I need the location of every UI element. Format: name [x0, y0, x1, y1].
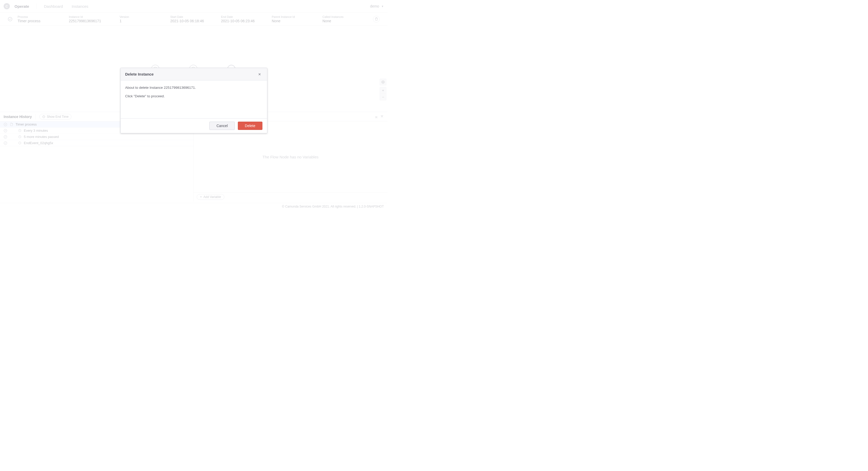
modal-title: Delete Instance: [125, 72, 257, 76]
modal-body: About to delete Instance 225179981369617…: [121, 81, 267, 118]
modal-backdrop[interactable]: Delete Instance About to delete Instance…: [0, 0, 388, 210]
close-icon: [258, 72, 261, 76]
modal-header: Delete Instance: [121, 68, 267, 81]
modal-footer: Cancel Delete: [121, 118, 267, 133]
delete-button[interactable]: Delete: [238, 122, 262, 130]
delete-instance-modal: Delete Instance About to delete Instance…: [120, 68, 267, 133]
modal-close-button[interactable]: [257, 71, 262, 77]
modal-text-line1: About to delete Instance 225179981369617…: [125, 86, 262, 90]
cancel-button[interactable]: Cancel: [209, 122, 235, 130]
modal-text-line2: Click "Delete" to proceed.: [125, 94, 262, 98]
